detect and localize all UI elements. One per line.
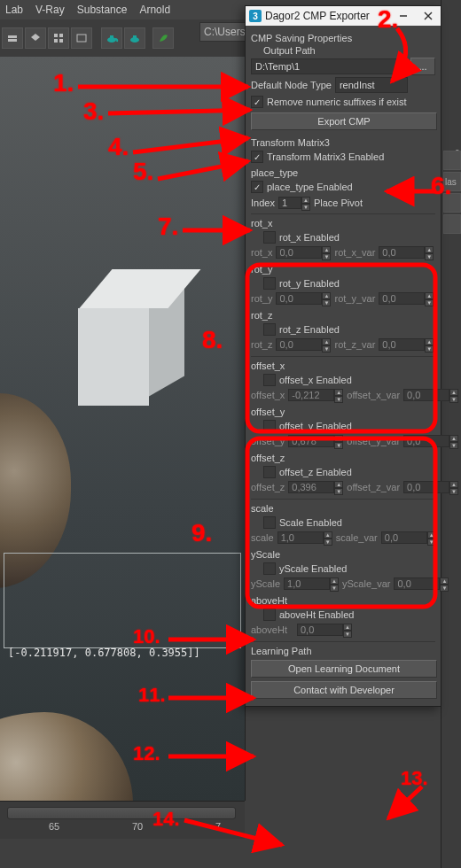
transform-matrix3-enabled-checkbox[interactable] bbox=[251, 151, 263, 163]
leaf-icon bbox=[157, 32, 169, 44]
toolbar-button-teapot-b[interactable] bbox=[124, 27, 145, 49]
app-icon: 3 bbox=[249, 10, 262, 22]
side-tab-a[interactable] bbox=[443, 151, 461, 170]
place-type-enabled-checkbox[interactable] bbox=[251, 181, 263, 193]
learning-title: Learning Path bbox=[251, 646, 435, 656]
scale-var-spinner[interactable]: 0,0▲▼ bbox=[381, 531, 436, 544]
rot-z-enabled-checkbox[interactable] bbox=[263, 323, 276, 336]
svg-rect-9 bbox=[110, 35, 113, 38]
viewport-coordinates: [-0.211917, 0.677808, 0.3955]] bbox=[4, 645, 204, 661]
toolbar-button-c[interactable] bbox=[48, 27, 69, 49]
svg-rect-11 bbox=[133, 35, 137, 38]
yscale-enabled-checkbox[interactable] bbox=[263, 562, 276, 575]
rot-x-var-spinner[interactable]: 0,0▲▼ bbox=[379, 246, 434, 259]
offset-y-enabled-label: offset_y Enabled bbox=[279, 421, 352, 431]
menu-substance[interactable]: Substance bbox=[77, 4, 128, 16]
toolbar-button-e[interactable] bbox=[152, 27, 174, 49]
close-icon bbox=[424, 12, 433, 20]
yscale-var-label: yScale_var bbox=[342, 578, 390, 589]
dialog-titlebar[interactable]: 3 Dagor2 CMP Exporter bbox=[246, 6, 441, 26]
output-path-label: Output Path bbox=[251, 45, 435, 56]
stack-icon bbox=[29, 32, 42, 44]
rot-y-spinner[interactable]: 0,0▲▼ bbox=[276, 292, 331, 305]
rot-z-var-spinner[interactable]: 0,0▲▼ bbox=[379, 338, 434, 351]
close-button[interactable] bbox=[416, 6, 441, 26]
export-button[interactable]: Export CMP bbox=[251, 112, 437, 130]
scale-enabled-label: Scale Enabled bbox=[279, 517, 342, 528]
yscale-spinner[interactable]: 1,0▲▼ bbox=[284, 577, 339, 590]
viewport[interactable]: [-0.211917, 0.677808, 0.3955]] bbox=[0, 57, 246, 801]
default-node-type-label: Default Node Type bbox=[251, 80, 332, 90]
default-node-type-input[interactable] bbox=[335, 77, 408, 93]
rot-x-spinner[interactable]: 0,0▲▼ bbox=[276, 246, 331, 259]
yscale-var-spinner[interactable]: 0,0▲▼ bbox=[394, 577, 449, 590]
minimize-button[interactable] bbox=[391, 6, 416, 26]
offset-y-title: offset_y bbox=[251, 407, 435, 417]
offset-x-enabled-checkbox[interactable] bbox=[263, 374, 276, 386]
remove-suffixes-label: Remove numeric suffixes if exist bbox=[267, 97, 407, 107]
output-path-input[interactable] bbox=[251, 58, 407, 74]
offset-x-spinner[interactable]: -0,212▲▼ bbox=[288, 389, 343, 401]
yscale-label: yScale bbox=[251, 578, 280, 589]
offset-z-spinner[interactable]: 0,396▲▼ bbox=[288, 481, 343, 493]
toolbar-button-d[interactable] bbox=[71, 27, 92, 49]
layer-icon bbox=[6, 32, 19, 44]
menu-arnold[interactable]: Arnold bbox=[139, 4, 170, 16]
aboveht-enabled-checkbox[interactable] bbox=[263, 608, 276, 621]
offset-x-enabled-label: offset_x Enabled bbox=[279, 375, 352, 385]
scale-spinner[interactable]: 1,0▲▼ bbox=[277, 531, 332, 544]
rot-y-enabled-checkbox[interactable] bbox=[263, 277, 276, 290]
timeline-track[interactable] bbox=[7, 807, 236, 819]
right-command-panel: g_0 las bbox=[441, 0, 461, 868]
side-tab-d[interactable] bbox=[443, 214, 461, 234]
aboveht-spinner[interactable]: 0,0▲▼ bbox=[297, 624, 352, 636]
offset-z-enabled-checkbox[interactable] bbox=[263, 466, 276, 478]
main-menu-bar: Lab V-Ray Substance Arnold bbox=[0, 0, 250, 20]
minimize-icon bbox=[399, 12, 408, 20]
exporter-dialog: 3 Dagor2 CMP Exporter CMP Saving Propert… bbox=[245, 5, 441, 707]
scale-var-label: scale_var bbox=[336, 532, 378, 543]
offset-y-var-spinner[interactable]: 0,0▲▼ bbox=[403, 435, 458, 447]
menu-lab[interactable]: Lab bbox=[5, 4, 23, 16]
rot-x-enabled-checkbox[interactable] bbox=[263, 231, 276, 244]
rot-z-spinner[interactable]: 0,0▲▼ bbox=[276, 338, 331, 351]
offset-x-var-label: offset_x_var bbox=[347, 390, 400, 400]
scale-title: scale bbox=[251, 503, 435, 514]
toolbar-button-a[interactable] bbox=[2, 27, 23, 49]
dialog-title: Dagor2 CMP Exporter bbox=[265, 10, 370, 22]
contact-developer-button[interactable]: Contact with Developer bbox=[251, 681, 437, 699]
side-tab-c[interactable] bbox=[443, 193, 461, 213]
place-type-enabled-label: place_type Enabled bbox=[267, 182, 353, 192]
offset-y-var-label: offset_y_var bbox=[347, 436, 400, 446]
saving-header: CMP Saving Properties bbox=[251, 33, 435, 43]
offset-y-spinner[interactable]: 0,678▲▼ bbox=[288, 435, 343, 447]
remove-suffixes-checkbox[interactable] bbox=[251, 96, 263, 108]
aboveht-label: aboveHt bbox=[251, 624, 293, 635]
offset-x-var-spinner[interactable]: 0,0▲▼ bbox=[403, 389, 458, 401]
offset-x-label: offset_x bbox=[251, 390, 285, 400]
place-type-index-spinner[interactable]: 1 ▲▼ bbox=[278, 197, 310, 209]
timeline[interactable]: 65 70 7 bbox=[0, 801, 245, 839]
offset-y-label: offset_y bbox=[251, 436, 285, 446]
rot-y-var-spinner[interactable]: 0,0▲▼ bbox=[379, 292, 434, 305]
scale-label: scale bbox=[251, 532, 274, 543]
svg-rect-6 bbox=[59, 39, 63, 43]
menu-vray[interactable]: V-Ray bbox=[35, 4, 65, 16]
toolbar-button-teapot-a[interactable] bbox=[101, 27, 122, 49]
offset-y-enabled-checkbox[interactable] bbox=[263, 420, 276, 432]
place-type-index-label: Index bbox=[251, 198, 275, 208]
toolbar-button-b[interactable] bbox=[25, 27, 46, 49]
place-type-title: place_type bbox=[251, 167, 435, 178]
offset-z-var-label: offset_z_var bbox=[347, 482, 400, 492]
svg-rect-5 bbox=[54, 39, 58, 43]
browse-button[interactable]: ... bbox=[410, 58, 435, 75]
svg-rect-4 bbox=[59, 34, 63, 37]
offset-z-title: offset_z bbox=[251, 453, 435, 463]
teapot-icon bbox=[128, 32, 142, 44]
scale-enabled-checkbox[interactable] bbox=[263, 516, 276, 529]
offset-x-title: offset_x bbox=[251, 360, 435, 371]
project-path-field[interactable]: C:\Users\ bbox=[199, 22, 247, 42]
offset-z-var-spinner[interactable]: 0,0▲▼ bbox=[403, 481, 458, 493]
aboveht-enabled-label: aboveHt Enabled bbox=[279, 609, 354, 620]
open-learning-button[interactable]: Open Learning Document bbox=[251, 660, 437, 678]
